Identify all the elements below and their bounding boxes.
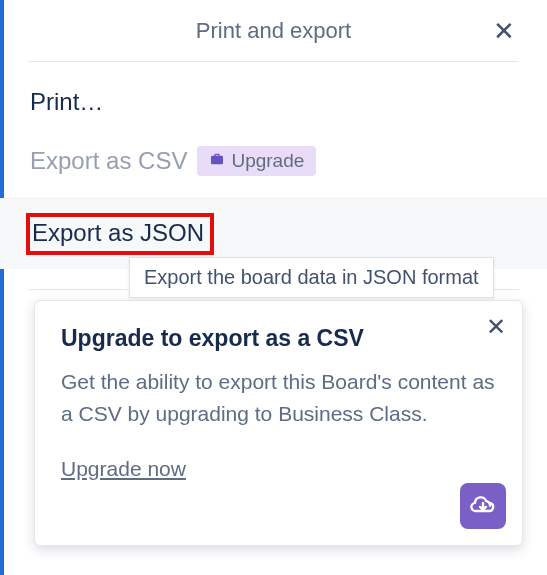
menu-print[interactable]: Print…	[26, 80, 521, 124]
card-title: Upgrade to export as a CSV	[61, 325, 496, 352]
briefcase-icon	[209, 151, 225, 171]
menu-export-json[interactable]: Export as JSON	[26, 205, 523, 263]
tooltip-text: Export the board data in JSON format	[144, 266, 479, 288]
close-icon[interactable]: ✕	[489, 14, 519, 48]
upgrade-card: ✕ Upgrade to export as a CSV Get the abi…	[34, 300, 523, 546]
highlight-annotation: Export as JSON	[26, 213, 214, 255]
cloud-download-button[interactable]	[460, 483, 506, 529]
menu-export-csv-label: Export as CSV	[30, 147, 187, 175]
menu-export-json-label: Export as JSON	[32, 219, 204, 246]
print-export-panel: Print and export ✕ Print… Export as CSV …	[0, 0, 547, 290]
menu-print-label: Print…	[30, 88, 103, 116]
panel-title: Print and export	[196, 18, 351, 44]
card-description: Get the ability to export this Board's c…	[61, 366, 496, 429]
upgrade-now-link[interactable]: Upgrade now	[61, 457, 186, 480]
export-json-tooltip: Export the board data in JSON format	[129, 257, 494, 298]
upgrade-badge-label: Upgrade	[231, 150, 304, 172]
upgrade-badge[interactable]: Upgrade	[197, 146, 316, 176]
left-accent-bar	[0, 0, 4, 575]
menu-export-csv[interactable]: Export as CSV Upgrade	[26, 138, 521, 184]
cloud-download-icon	[469, 490, 497, 522]
panel-header: Print and export ✕	[28, 0, 519, 62]
card-close-icon[interactable]: ✕	[486, 315, 506, 339]
